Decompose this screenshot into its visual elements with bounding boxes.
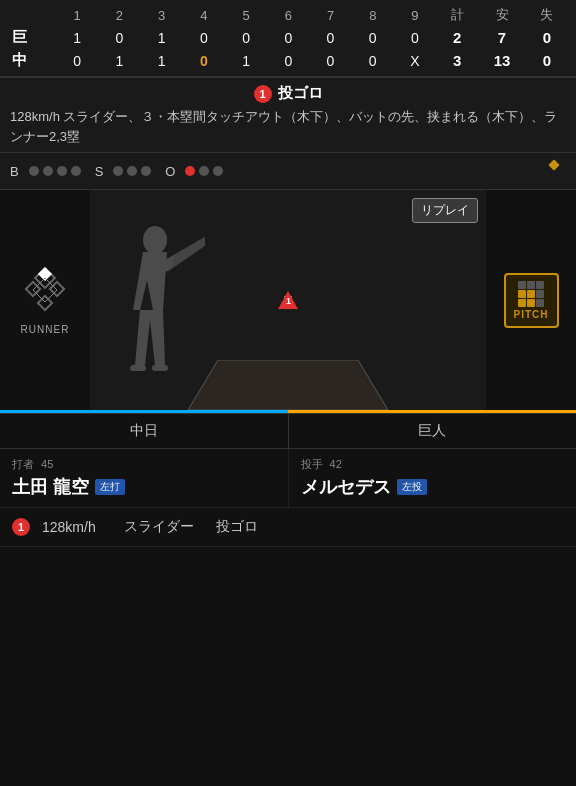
ball-label: B <box>10 164 19 179</box>
pitch-speed: 128km/h <box>42 519 112 535</box>
giants-inning-2: 0 <box>98 26 140 49</box>
replay-button[interactable]: リプレイ <box>412 198 478 223</box>
svg-rect-5 <box>38 295 52 309</box>
svg-marker-13 <box>188 360 388 410</box>
svg-point-10 <box>143 226 167 254</box>
total-hits-header: 安 <box>478 4 525 26</box>
pitcher-role-label: 投手 42 <box>301 457 565 472</box>
pitcher-name-row: メルセデス 左投 <box>301 475 565 499</box>
runner-label: RUNNER <box>21 324 70 335</box>
strike-label: S <box>95 164 104 179</box>
batter-hand-badge: 左打 <box>95 479 125 495</box>
inning-7-header: 7 <box>309 4 351 26</box>
strike-dots <box>113 166 151 176</box>
giants-inning-1: 1 <box>56 26 98 49</box>
giants-inning-4: 0 <box>183 26 225 49</box>
svg-line-8 <box>33 290 45 302</box>
inning-2-header: 2 <box>98 4 140 26</box>
batter-info: 打者 45 土田 龍空 左打 <box>0 449 289 507</box>
chunichi-accent-bar <box>0 410 288 413</box>
runner-diamond-svg <box>20 266 70 316</box>
strike-dot-3 <box>141 166 151 176</box>
total-runs-header: 計 <box>436 4 478 26</box>
pitch-zone-container: リプレイ <box>90 190 486 410</box>
inning-4-header: 4 <box>183 4 225 26</box>
pitch-outcome: 投ゴロ <box>216 518 258 536</box>
strike-dot-2 <box>127 166 137 176</box>
chunichi-inning-6: 0 <box>267 49 309 72</box>
out-dots <box>185 166 223 176</box>
field-area: RUNNER リプレイ <box>0 190 576 410</box>
pitch-result-number: 1 <box>12 518 30 536</box>
chunichi-total-hits: 13 <box>478 49 525 72</box>
chunichi-label: 中日 <box>0 414 289 448</box>
giants-total-hits: 7 <box>478 26 525 49</box>
bottom-empty-area <box>0 547 576 667</box>
chunichi-inning-8: 0 <box>352 49 394 72</box>
inning-3-header: 3 <box>140 4 182 26</box>
giants-inning-8: 0 <box>352 26 394 49</box>
inning-5-header: 5 <box>225 4 267 26</box>
chunichi-team-name: 中 <box>8 49 56 72</box>
giants-label: 巨人 <box>289 414 577 448</box>
team-accent-bars <box>0 410 576 413</box>
play-title-text: 投ゴロ <box>278 84 323 103</box>
ball-dot-2 <box>43 166 53 176</box>
svg-line-9 <box>45 290 57 302</box>
chunichi-inning-5: 1 <box>225 49 267 72</box>
svg-rect-3 <box>26 281 40 295</box>
batter-role-label: 打者 45 <box>12 457 276 472</box>
svg-rect-12 <box>152 365 168 371</box>
pitch-btn-label: PITCH <box>514 309 549 320</box>
chunichi-inning-7: 0 <box>309 49 351 72</box>
pitch-btn-cell-2 <box>527 281 535 289</box>
chunichi-inning-3: 1 <box>140 49 182 72</box>
total-errors-header: 失 <box>526 4 568 26</box>
runner-panel[interactable]: RUNNER <box>0 190 90 410</box>
ball-dot-1 <box>29 166 39 176</box>
svg-rect-4 <box>50 281 64 295</box>
pitcher-name: メルセデス <box>301 475 391 499</box>
chunichi-inning-1: 0 <box>56 49 98 72</box>
pitch-marker: 1 <box>278 291 298 309</box>
pitch-btn-cell-9 <box>536 299 544 307</box>
pitch-result-row: 1 128km/h スライダー 投ゴロ <box>0 508 576 547</box>
strike-dot-1 <box>113 166 123 176</box>
chunichi-total-errors: 0 <box>526 49 568 72</box>
pitch-marker-number: 1 <box>286 296 291 306</box>
giants-inning-6: 0 <box>267 26 309 49</box>
chunichi-inning-2: 1 <box>98 49 140 72</box>
giants-accent-bar <box>288 410 576 413</box>
pitch-btn-cell-6 <box>536 290 544 298</box>
pitch-type: スライダー <box>124 518 204 536</box>
pitch-button[interactable]: PITCH <box>504 273 559 328</box>
svg-rect-2 <box>38 266 52 280</box>
pitch-grid-wrapper: 1 <box>284 296 292 304</box>
inning-6-header: 6 <box>267 4 309 26</box>
chunichi-inning-4: 0 <box>183 49 225 72</box>
ground-svg <box>188 360 388 410</box>
pitch-btn-cell-4 <box>518 290 526 298</box>
team-giants-row: 巨 1 0 1 0 0 0 0 0 0 2 7 0 <box>8 26 568 49</box>
pitch-btn-cell-3 <box>536 281 544 289</box>
diamond-icon <box>542 159 566 183</box>
team-chunichi-row: 中 0 1 1 0 1 0 0 0 X 3 13 0 <box>8 49 568 72</box>
runner-icon[interactable] <box>20 266 70 316</box>
chunichi-total-runs: 3 <box>436 49 478 72</box>
pitcher-hand-badge: 左投 <box>397 479 427 495</box>
batter-name-row: 土田 龍空 左打 <box>12 475 276 499</box>
pitch-btn-grid <box>518 281 544 307</box>
count-bar: B S O <box>0 153 576 190</box>
pitch-btn-cell-7 <box>518 299 526 307</box>
pitch-panel[interactable]: PITCH <box>486 190 576 410</box>
giants-inning-5: 0 <box>225 26 267 49</box>
diamond-icon-container <box>542 159 566 183</box>
ball-dot-4 <box>71 166 81 176</box>
pitcher-info: 投手 42 メルセデス 左投 <box>289 449 577 507</box>
svg-rect-0 <box>548 159 559 170</box>
play-description: 128km/h スライダー、３・本塁間タッチアウト（木下）、バットの先、挟まれる… <box>10 107 566 146</box>
player-info: 打者 45 土田 龍空 左打 投手 42 メルセデス 左投 <box>0 449 576 508</box>
inning-8-header: 8 <box>352 4 394 26</box>
giants-inning-7: 0 <box>309 26 351 49</box>
chunichi-inning-9: X <box>394 49 436 72</box>
